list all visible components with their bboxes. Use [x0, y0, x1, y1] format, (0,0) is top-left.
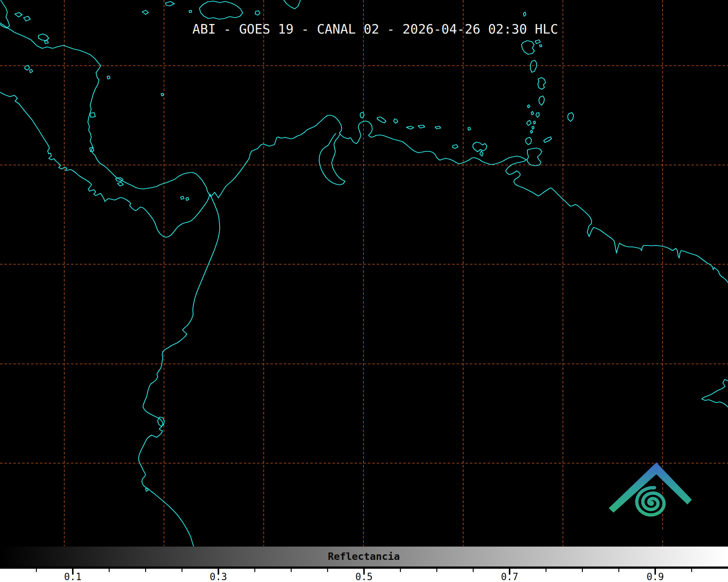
map-background	[0, 0, 728, 546]
satellite-image-viewer: ABI - GOES 19 - CANAL 02 - 2026-04-26 02…	[0, 0, 728, 582]
colorbar-tick-label: 0.9	[646, 571, 664, 582]
colorbar: Reflectancia 0.10.30.50.70.9	[0, 547, 728, 582]
colorbar-tick-label: 0.3	[210, 571, 227, 582]
ideam-wordmark: IDEAM	[614, 522, 687, 546]
colorbar-title: Reflectancia	[328, 551, 400, 562]
colorbar-baseline	[0, 566, 728, 569]
colorbar-tick-label: 0.5	[355, 571, 373, 582]
spiral-center-dot	[650, 501, 654, 504]
image-title: ABI - GOES 19 - CANAL 02 - 2026-04-26 02…	[192, 22, 558, 37]
satellite-map-canvas: ABI - GOES 19 - CANAL 02 - 2026-04-26 02…	[0, 0, 728, 582]
colorbar-tick-label: 0.1	[64, 571, 82, 582]
colorbar-tick-label: 0.7	[501, 571, 518, 582]
